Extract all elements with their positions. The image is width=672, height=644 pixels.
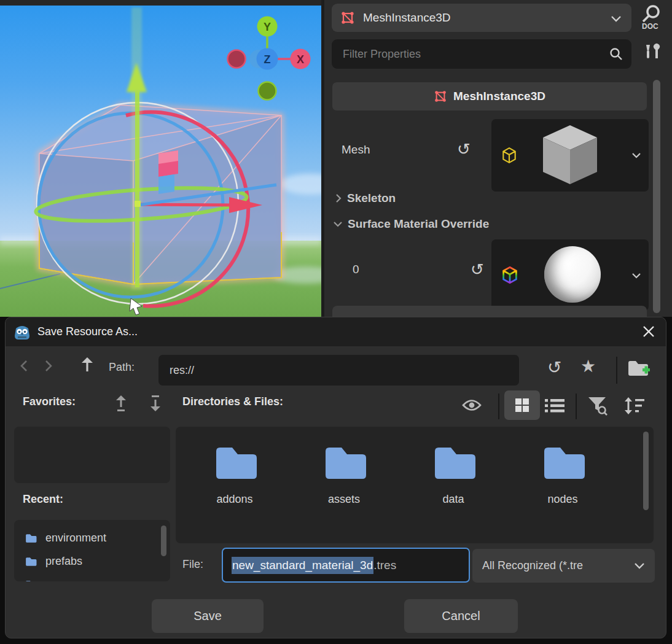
3d-viewport[interactable]: Y Z X (0, 0, 321, 317)
close-icon (641, 324, 656, 339)
folder-icon (430, 438, 477, 484)
axis-z-label: Z (264, 53, 271, 66)
inspector-tools-button[interactable] (640, 43, 662, 65)
open-docs-button[interactable]: DOC (636, 4, 666, 31)
chevron-right-icon (335, 193, 342, 203)
y-axis-beam[interactable] (135, 91, 139, 287)
list-item[interactable]: prefabs (14, 549, 170, 573)
skeleton-section[interactable]: Skeleton (335, 192, 396, 205)
list-view-button[interactable] (545, 398, 565, 416)
folder-tile[interactable]: addons (189, 438, 281, 506)
file-type-dropdown[interactable]: All Recognized (*.tre (472, 549, 655, 583)
revert-icon[interactable]: ↺ (471, 262, 484, 277)
recent-label: Recent: (23, 493, 63, 506)
list-item[interactable] (14, 573, 170, 581)
inspector-scrollbar[interactable] (653, 80, 660, 313)
filename-extension: .tres (373, 559, 396, 572)
path-input[interactable] (158, 355, 519, 386)
surface-material-override-section[interactable]: Surface Material Override (333, 217, 489, 231)
close-button[interactable] (641, 324, 656, 339)
toolbar-separator (498, 394, 499, 419)
revert-icon[interactable]: ↺ (457, 141, 471, 157)
meshinstance3d-icon (434, 90, 447, 103)
move-up-icon (114, 394, 128, 413)
chevron-down-icon (333, 221, 343, 227)
surface-material-override-label: Surface Material Override (348, 217, 489, 231)
filter-files-button[interactable] (587, 396, 609, 418)
recent-list[interactable]: environment prefabs (14, 520, 170, 581)
x-axis-line[interactable] (139, 204, 236, 205)
folder-tile[interactable]: data (407, 438, 499, 506)
filter-properties-input[interactable] (332, 39, 631, 69)
gizmo-center[interactable] (135, 201, 141, 207)
folder-name: addons (189, 493, 281, 506)
eye-icon (461, 398, 482, 413)
nav-up-button[interactable] (79, 356, 95, 376)
viewport-top-strip (0, 0, 321, 6)
folder-icon (539, 438, 586, 484)
folder-tile[interactable]: assets (298, 438, 390, 506)
favorite-move-up-button[interactable] (114, 394, 128, 415)
mesh-property-label: Mesh (342, 143, 370, 157)
cancel-button-label: Cancel (442, 609, 480, 623)
file-label: File: (182, 558, 203, 571)
grid-view-button[interactable] (504, 390, 540, 420)
search-icon (609, 47, 623, 61)
file-type-value: All Recognized (*.tre (482, 559, 583, 572)
meshinstance3d-icon (340, 10, 355, 25)
folder-icon (24, 532, 37, 544)
plane-handle-z[interactable] (158, 174, 174, 194)
folder-name: data (407, 493, 499, 506)
move-down-icon (148, 394, 163, 413)
godot-editor: Y Z X MeshInstance3D (0, 0, 672, 644)
skeleton-label: Skeleton (347, 192, 396, 205)
mesh-value-box[interactable] (491, 119, 649, 192)
filename-selected-text: new_standard_material_3d (232, 557, 373, 574)
recent-item-name: environment (45, 532, 106, 545)
standard-material-icon (501, 266, 518, 284)
toggle-hidden-files-button[interactable] (461, 398, 482, 415)
list-view-icon (545, 398, 565, 414)
save-button[interactable]: Save (152, 599, 264, 633)
new-folder-icon (627, 358, 651, 378)
sort-files-button[interactable] (623, 396, 646, 418)
dialog-title: Save Resource As... (37, 325, 138, 338)
viewport-scene: Y Z X (0, 0, 321, 317)
chevron-down-icon (611, 15, 622, 22)
save-button-label: Save (193, 609, 222, 623)
refresh-button[interactable]: ↺ (547, 359, 561, 376)
inspector-category-header[interactable]: MeshInstance3D (332, 82, 647, 111)
filename-input[interactable]: new_standard_material_3d.tres (222, 548, 470, 583)
surface-0-label: 0 (353, 263, 359, 276)
folder-tile[interactable]: nodes (517, 438, 609, 506)
nav-back-button[interactable] (19, 359, 29, 375)
directories-files-area[interactable]: addons assets data nodes (176, 427, 654, 543)
material-value-box[interactable] (491, 239, 649, 311)
favorites-list[interactable] (14, 427, 170, 483)
create-folder-button[interactable] (627, 358, 651, 380)
path-label: Path: (109, 361, 135, 374)
sort-icon (623, 396, 646, 416)
list-item[interactable]: environment (14, 526, 170, 549)
tools-icon (640, 43, 662, 65)
directories-files-label: Directories & Files: (182, 395, 283, 408)
favorite-star-button[interactable]: ★ (580, 358, 596, 375)
axis-neg-x-ball[interactable] (228, 50, 246, 68)
inspector-panel: MeshInstance3D DOC (324, 0, 672, 317)
node-type-selector[interactable]: MeshInstance3D (332, 4, 631, 32)
files-scrollbar[interactable] (643, 432, 649, 510)
chevron-left-icon (19, 359, 29, 373)
recent-scrollbar[interactable] (161, 526, 166, 556)
chevron-right-icon (44, 359, 53, 373)
axis-x-label: X (297, 53, 304, 66)
favorites-label: Favorites: (23, 395, 76, 408)
axis-neg-y-ball[interactable] (259, 82, 276, 100)
dialog-titlebar[interactable]: Save Resource As... (6, 317, 666, 346)
favorite-move-down-button[interactable] (148, 394, 163, 415)
cancel-button[interactable]: Cancel (404, 599, 518, 633)
folder-icon (321, 438, 367, 484)
folder-icon (24, 555, 37, 567)
toolbar-separator (576, 394, 577, 419)
nav-forward-button[interactable] (44, 359, 53, 375)
filter-properties-field[interactable] (332, 39, 631, 69)
